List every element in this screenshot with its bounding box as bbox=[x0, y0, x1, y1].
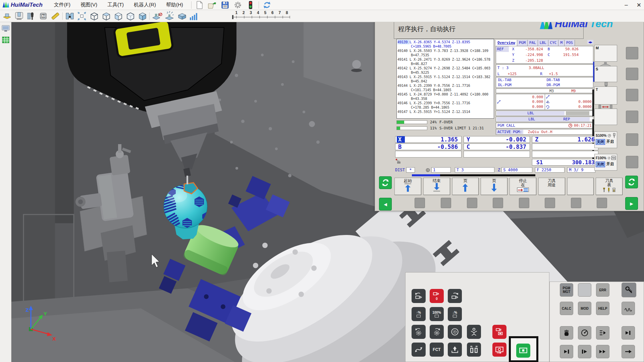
shaded-top-view-icon[interactable] bbox=[101, 11, 111, 21]
strip-blank-key[interactable] bbox=[626, 133, 638, 146]
status-tab[interactable]: Overview bbox=[496, 40, 517, 46]
nc-stop-button[interactable] bbox=[492, 343, 506, 357]
blank-status-box[interactable] bbox=[594, 109, 617, 125]
softkey-page-up[interactable]: 页 bbox=[452, 178, 479, 195]
chips-simulation-icon[interactable] bbox=[164, 11, 175, 21]
strip-blank-key[interactable] bbox=[626, 156, 638, 168]
status-tab[interactable]: POS bbox=[565, 40, 575, 46]
softkey-tool-table[interactable]: 刀具表 bbox=[596, 178, 623, 195]
feed-override-box[interactable]: F100% 关闭 开启 bbox=[594, 154, 617, 171]
run-continuous-button[interactable] bbox=[596, 345, 609, 358]
softkey-bank-left-button[interactable]: ◀ bbox=[379, 198, 392, 210]
strip-blank-key[interactable] bbox=[626, 89, 638, 101]
door-open-button[interactable] bbox=[467, 343, 481, 357]
manual-mode-button[interactable] bbox=[560, 326, 573, 340]
spindle-override-box[interactable]: S100% 关闭 开启 bbox=[594, 131, 617, 148]
s-status-box[interactable]: S bbox=[594, 66, 617, 82]
pgm-mgt-button[interactable]: PGMMGT bbox=[560, 283, 573, 297]
coolant-cw-button[interactable] bbox=[430, 325, 444, 339]
strip-blank-key[interactable] bbox=[626, 47, 638, 59]
t-status-box[interactable]: T bbox=[594, 86, 617, 105]
strip-blank-key[interactable] bbox=[626, 111, 638, 123]
coolant-auto-button[interactable] bbox=[448, 325, 462, 339]
softkey-rotate-left-button[interactable] bbox=[379, 176, 392, 189]
s100-off-button[interactable]: 关闭 bbox=[596, 139, 605, 145]
softkey-program-start[interactable]: 起始 bbox=[394, 178, 421, 195]
viewport-panel-icon[interactable] bbox=[1, 24, 10, 33]
wireframe-view-icon[interactable] bbox=[89, 11, 99, 21]
spindle-cw-button[interactable] bbox=[448, 289, 462, 303]
spindle-speed-100-button[interactable]: 100% bbox=[430, 307, 444, 321]
softkey-blank[interactable] bbox=[519, 198, 529, 208]
status-tab[interactable]: M bbox=[558, 40, 565, 46]
coolant-ccw-button[interactable] bbox=[412, 325, 426, 339]
speed-ruler[interactable]: 12345678 bbox=[227, 10, 290, 22]
operator-button[interactable] bbox=[467, 325, 481, 339]
save-button[interactable] bbox=[220, 1, 230, 9]
menu-item[interactable]: 视图(V) bbox=[80, 2, 97, 8]
half-shaded-view-icon[interactable] bbox=[113, 11, 123, 21]
minimize-button[interactable]: – bbox=[625, 2, 628, 8]
handwheel-mode-button[interactable] bbox=[578, 326, 591, 340]
menu-item[interactable]: 帮助(H) bbox=[166, 2, 183, 8]
mdi-mode-button[interactable] bbox=[596, 326, 609, 340]
blank-key[interactable] bbox=[578, 283, 591, 297]
softkey-blank[interactable] bbox=[545, 198, 555, 208]
contour-retrace-button[interactable] bbox=[412, 343, 426, 357]
stock-part-icon[interactable] bbox=[2, 11, 12, 21]
statistics-chart-icon[interactable] bbox=[189, 11, 198, 21]
single-block-mode-button[interactable] bbox=[622, 326, 635, 340]
spindle-screen-button[interactable] bbox=[492, 325, 506, 339]
softkey-empty[interactable] bbox=[567, 178, 594, 195]
help-button[interactable]: HELP bbox=[596, 302, 609, 315]
softkey-blank[interactable] bbox=[493, 198, 503, 208]
status-tab[interactable]: PGM bbox=[517, 40, 528, 46]
mute-simulation-icon[interactable] bbox=[152, 11, 162, 21]
err-button[interactable]: ERR bbox=[596, 283, 609, 297]
table-grid-icon[interactable] bbox=[1, 36, 10, 44]
refresh-icon[interactable] bbox=[262, 1, 272, 9]
softkey-program-end[interactable]: 结束 bbox=[423, 178, 450, 195]
tool-library-icon[interactable] bbox=[26, 11, 36, 21]
fct-button[interactable]: FCT bbox=[430, 343, 444, 357]
nc-program-listing[interactable]: 49139L X-26.8365 Y-4.5374 Z-13.8395 C+18… bbox=[396, 39, 494, 119]
key-lock-button[interactable] bbox=[622, 283, 636, 297]
softkey-bank-right-button[interactable]: ▶ bbox=[625, 197, 638, 210]
calc-button[interactable]: CALC bbox=[560, 302, 573, 315]
signal-button[interactable] bbox=[622, 302, 635, 315]
softkey-stop-at[interactable]: 停止在 bbox=[509, 178, 536, 195]
softkey-blank[interactable] bbox=[571, 198, 581, 208]
traffic-light-icon[interactable] bbox=[246, 1, 255, 9]
softkey-blank[interactable] bbox=[467, 198, 477, 208]
spindle-speed-down-button[interactable]: ↓% bbox=[448, 307, 462, 321]
tab-scroll-arrows[interactable]: ◀▶ bbox=[587, 40, 593, 44]
fit-view-icon[interactable] bbox=[77, 11, 87, 21]
run-single-button[interactable] bbox=[560, 345, 573, 358]
run-from-bar-button[interactable] bbox=[578, 345, 591, 358]
spindle-speed-up-button[interactable]: ↑% bbox=[412, 307, 426, 321]
softkey-blank[interactable] bbox=[415, 198, 425, 208]
spindle-stop-button[interactable]: 0 bbox=[430, 289, 444, 303]
settings-gear-icon[interactable] bbox=[233, 1, 243, 9]
status-tab[interactable]: CYC bbox=[548, 40, 559, 46]
softkey-tool-usage[interactable]: 刀具用途 bbox=[538, 178, 565, 195]
ruler-ticks[interactable] bbox=[227, 15, 290, 20]
status-tab[interactable]: LBL bbox=[538, 40, 548, 46]
menu-item[interactable]: 文件(F) bbox=[54, 2, 70, 8]
f100-off-button[interactable]: 关闭 bbox=[596, 162, 605, 167]
strip-blank-key[interactable] bbox=[626, 68, 638, 80]
softkey-rotate-right-button[interactable] bbox=[625, 176, 638, 188]
new-file-button[interactable] bbox=[195, 1, 204, 9]
hidden-line-view-icon[interactable] bbox=[125, 11, 135, 21]
ruler-icon[interactable] bbox=[50, 11, 60, 21]
machine-icon[interactable] bbox=[14, 11, 24, 21]
machine-view-icon[interactable] bbox=[65, 11, 75, 21]
tool-release-button[interactable] bbox=[448, 343, 462, 357]
s100-on-button[interactable]: 开启 bbox=[606, 139, 614, 145]
nc-start-button[interactable] bbox=[516, 344, 530, 358]
material-block-icon[interactable] bbox=[177, 11, 187, 21]
m-status-box[interactable]: M bbox=[594, 45, 617, 62]
z-axis-barrel-icon[interactable]: Z bbox=[38, 11, 48, 21]
softkey-page-down[interactable]: 页 bbox=[481, 178, 507, 195]
softkey-blank[interactable] bbox=[597, 198, 607, 208]
